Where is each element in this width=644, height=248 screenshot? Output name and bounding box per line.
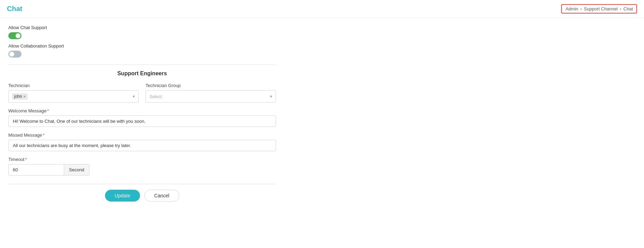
section-title: Support Engineers xyxy=(8,70,276,77)
welcome-message-group: Welcome Message* xyxy=(8,108,276,127)
technician-group-group: Technician Group Select ▾ xyxy=(146,83,276,103)
breadcrumb-chat[interactable]: Chat xyxy=(624,6,633,11)
technician-group-chevron-icon: ▾ xyxy=(270,94,272,99)
technician-select[interactable]: john × ▾ xyxy=(8,90,139,103)
technician-group-label: Technician Group xyxy=(146,83,276,88)
missed-message-group: Missed Message* xyxy=(8,132,276,151)
breadcrumb-sep1: › xyxy=(580,6,582,11)
technician-group: Technician john × ▾ xyxy=(8,83,139,103)
action-row: Update Cancel xyxy=(8,184,276,202)
collaboration-support-toggle[interactable] xyxy=(8,51,21,58)
breadcrumb-admin[interactable]: Admin xyxy=(565,6,578,11)
technician-group-placeholder: Select xyxy=(149,94,162,99)
main-content: Allow Chat Support Allow Collaboration S… xyxy=(0,18,284,208)
timeout-input-row: Second xyxy=(8,164,276,176)
missed-message-row: Missed Message* xyxy=(8,132,276,151)
breadcrumb: Admin › Support Channel › Chat xyxy=(561,4,637,14)
collaboration-support-toggle-section: Allow Collaboration Support xyxy=(8,43,276,58)
timeout-input[interactable] xyxy=(8,164,64,176)
missed-message-label: Missed Message* xyxy=(8,132,276,138)
technician-row: Technician john × ▾ Technician Group Sel… xyxy=(8,83,276,103)
section-divider xyxy=(8,65,276,65)
technician-label: Technician xyxy=(8,83,139,88)
missed-required-asterisk: * xyxy=(43,132,45,138)
breadcrumb-sep2: › xyxy=(620,6,621,11)
support-engineers-section: Support Engineers Technician john × ▾ Te… xyxy=(8,70,276,202)
technician-tag: john × xyxy=(12,93,28,100)
breadcrumb-support-channel[interactable]: Support Channel xyxy=(584,6,618,11)
welcome-message-row: Welcome Message* xyxy=(8,108,276,127)
chat-support-toggle[interactable] xyxy=(8,32,21,39)
timeout-required-asterisk: * xyxy=(25,157,27,162)
timeout-row: Timeout* Second xyxy=(8,157,276,176)
welcome-message-label: Welcome Message* xyxy=(8,108,276,113)
welcome-message-input[interactable] xyxy=(8,116,276,127)
timeout-unit: Second xyxy=(64,164,89,176)
cancel-button[interactable]: Cancel xyxy=(144,190,180,202)
chat-support-toggle-section: Allow Chat Support xyxy=(8,25,276,39)
chat-support-label: Allow Chat Support xyxy=(8,25,276,30)
technician-chevron-icon: ▾ xyxy=(133,94,135,99)
welcome-required-asterisk: * xyxy=(47,108,49,113)
page-header: Chat Admin › Support Channel › Chat xyxy=(0,0,644,18)
collaboration-support-label: Allow Collaboration Support xyxy=(8,43,276,49)
technician-tag-close[interactable]: × xyxy=(24,94,26,99)
update-button[interactable]: Update xyxy=(105,190,140,202)
timeout-label: Timeout* xyxy=(8,157,276,162)
technician-tag-value: john xyxy=(14,94,22,99)
timeout-group: Timeout* Second xyxy=(8,157,276,176)
missed-message-input[interactable] xyxy=(8,140,276,151)
technician-group-select[interactable]: Select ▾ xyxy=(146,90,276,103)
page-title: Chat xyxy=(7,5,22,13)
